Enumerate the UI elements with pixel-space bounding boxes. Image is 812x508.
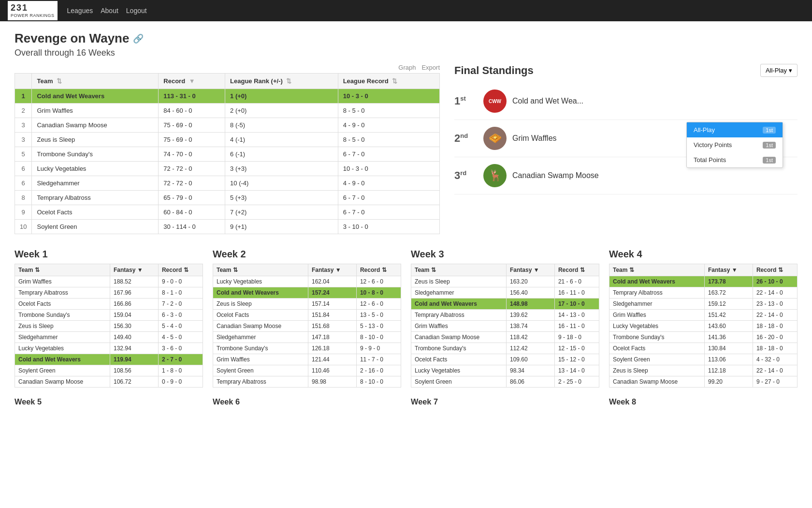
navbar: 231 POWER RANKINGS Leagues About Logout xyxy=(0,0,812,21)
week-team: Sledgehammer xyxy=(411,287,507,299)
week-fantasy: 159.04 xyxy=(110,310,159,321)
week-header-row: Team ⇅ Fantasy ▼ Record ⇅ xyxy=(213,264,401,276)
rank-cell: 1 xyxy=(15,89,32,104)
avatar: CWW xyxy=(483,90,507,113)
nav-logout[interactable]: Logout xyxy=(126,7,147,15)
week-row: Temprary Albatross 167.96 8 - 1 - 0 xyxy=(15,287,203,299)
league-rank-cell: 1 (+0) xyxy=(225,89,338,104)
week-section-3: Week 3 Team ⇅ Fantasy ▼ Record ⇅ Zeus is… xyxy=(411,249,599,388)
week-record: 9 - 18 - 0 xyxy=(554,332,599,343)
dropdown-item-total[interactable]: Total Points 1st xyxy=(687,152,783,167)
league-rank-cell: 6 (-1) xyxy=(225,147,338,162)
week-row: Canadian Swamp Moose 106.72 0 - 9 - 0 xyxy=(15,376,203,388)
week6-title: Week 6 xyxy=(213,397,401,406)
col-team[interactable]: Team ⇅ xyxy=(609,264,705,276)
week-team: Zeus is Sleep xyxy=(411,276,507,287)
team-cell: Grim Waffles xyxy=(32,104,159,118)
col-fantasy[interactable]: Fantasy ▼ xyxy=(308,264,357,276)
week-row: Lucky Vegetables 143.60 18 - 18 - 0 xyxy=(609,321,798,332)
week-row: Temprary Albatross 98.98 8 - 10 - 0 xyxy=(213,376,401,388)
week7-title: Week 7 xyxy=(411,397,599,406)
col-record[interactable]: Record ⇅ xyxy=(753,264,797,276)
week-fantasy: 99.20 xyxy=(705,376,753,388)
standings-name: Grim Waffles xyxy=(512,134,557,143)
dropdown-total-label: Total Points xyxy=(694,156,726,164)
week-team: Soylent Green xyxy=(609,354,705,365)
all-play-label: All-Play xyxy=(766,67,787,74)
col-team[interactable]: Team ⇅ xyxy=(411,264,507,276)
rank-cell: 10 xyxy=(15,220,32,234)
col-record[interactable]: Record ⇅ xyxy=(158,264,203,276)
week-team: Canadian Swamp Moose xyxy=(213,321,308,332)
week-title: Week 3 xyxy=(411,249,599,260)
table-row: 10 Soylent Green 30 - 114 - 0 9 (+1) 3 -… xyxy=(15,220,440,234)
week-record: 9 - 0 - 0 xyxy=(158,276,203,287)
col-team[interactable]: Team ⇅ xyxy=(213,264,308,276)
week-record: 7 - 2 - 0 xyxy=(158,299,203,310)
col-team[interactable]: Team ⇅ xyxy=(15,264,110,276)
week-title: Week 2 xyxy=(213,249,401,260)
week-fantasy: 132.94 xyxy=(110,343,159,354)
all-play-button[interactable]: All-Play ▾ xyxy=(760,64,798,77)
dropdown-item-allplay[interactable]: All-Play 1st xyxy=(687,122,783,137)
col-record[interactable]: Record ▼ xyxy=(159,74,225,89)
col-rank[interactable] xyxy=(15,74,32,89)
col-team[interactable]: Team ⇅ xyxy=(32,74,159,89)
week-row: Canadian Swamp Moose 151.68 5 - 13 - 0 xyxy=(213,321,401,332)
week-record: 11 - 7 - 0 xyxy=(356,354,401,365)
col-fantasy[interactable]: Fantasy ▼ xyxy=(705,264,753,276)
table-row: 6 Lucky Vegetables 72 - 72 - 0 3 (+3) 10… xyxy=(15,162,440,176)
nav-leagues[interactable]: Leagues xyxy=(67,7,93,15)
graph-link[interactable]: Graph xyxy=(398,64,416,71)
week-team: Canadian Swamp Moose xyxy=(609,376,705,388)
page-title: Revenge on Wayne xyxy=(14,31,129,46)
week-team: Cold and Wet Weavers xyxy=(213,287,308,299)
league-record-cell: 6 - 7 - 0 xyxy=(338,205,439,220)
team-cell: Trombone Sunday's xyxy=(32,147,159,162)
week-fantasy: 151.84 xyxy=(308,310,357,321)
col-fantasy[interactable]: Fantasy ▼ xyxy=(507,264,555,276)
col-record[interactable]: Record ⇅ xyxy=(356,264,401,276)
week-fantasy: 163.72 xyxy=(705,287,753,299)
standings-place: 2nd xyxy=(454,133,478,144)
table-row: 3 Zeus is Sleep 75 - 69 - 0 4 (-1) 8 - 5… xyxy=(15,133,440,147)
week-record: 10 - 8 - 0 xyxy=(356,287,401,299)
week-fantasy: 138.74 xyxy=(507,321,555,332)
week-record: 2 - 16 - 0 xyxy=(356,365,401,376)
team-cell: Temprary Albatross xyxy=(32,191,159,205)
team-cell: Sledgehammer xyxy=(32,176,159,191)
week-team: Soylent Green xyxy=(15,365,110,376)
overall-table: Team ⇅ Record ▼ League Rank (+/-) ⇅ Leag… xyxy=(14,73,440,234)
week-record: 17 - 10 - 0 xyxy=(554,299,599,310)
record-cell: 84 - 60 - 0 xyxy=(159,104,225,118)
week-record: 5 - 4 - 0 xyxy=(158,321,203,332)
col-fantasy[interactable]: Fantasy ▼ xyxy=(110,264,159,276)
week-fantasy: 149.40 xyxy=(110,332,159,343)
link-icon[interactable]: 🔗 xyxy=(133,33,144,44)
col-league-rank[interactable]: League Rank (+/-) ⇅ xyxy=(225,74,338,89)
week-row: Soylent Green 86.06 2 - 25 - 0 xyxy=(411,376,599,388)
week-row: Cold and Wet Weavers 157.24 10 - 8 - 0 xyxy=(213,287,401,299)
league-rank-cell: 7 (+2) xyxy=(225,205,338,220)
dropdown-item-victory[interactable]: Victory Points 1st xyxy=(687,137,783,152)
table-row: 1 Cold and Wet Weavers 113 - 31 - 0 1 (+… xyxy=(15,89,440,104)
nav-about[interactable]: About xyxy=(101,7,118,15)
week-team: Ocelot Facts xyxy=(609,343,705,354)
week-row: Grim Waffles 121.44 11 - 7 - 0 xyxy=(213,354,401,365)
week-record: 16 - 11 - 0 xyxy=(554,321,599,332)
week8-title: Week 8 xyxy=(609,397,798,406)
page-title-row: Revenge on Wayne 🔗 xyxy=(14,31,798,46)
team-cell: Zeus is Sleep xyxy=(32,133,159,147)
league-rank-cell: 4 (-1) xyxy=(225,133,338,147)
col-league-record[interactable]: League Record ⇅ xyxy=(338,74,439,89)
week-fantasy: 147.18 xyxy=(308,332,357,343)
week-record: 21 - 6 - 0 xyxy=(554,276,599,287)
week-fantasy: 157.24 xyxy=(308,287,357,299)
export-link[interactable]: Export xyxy=(421,64,440,71)
week-team: Cold and Wet Weavers xyxy=(15,354,110,365)
week-fantasy: 163.20 xyxy=(507,276,555,287)
week-record: 13 - 5 - 0 xyxy=(356,310,401,321)
week-fantasy: 98.34 xyxy=(507,365,555,376)
week-row: Lucky Vegetables 162.04 12 - 6 - 0 xyxy=(213,276,401,287)
col-record[interactable]: Record ⇅ xyxy=(554,264,599,276)
